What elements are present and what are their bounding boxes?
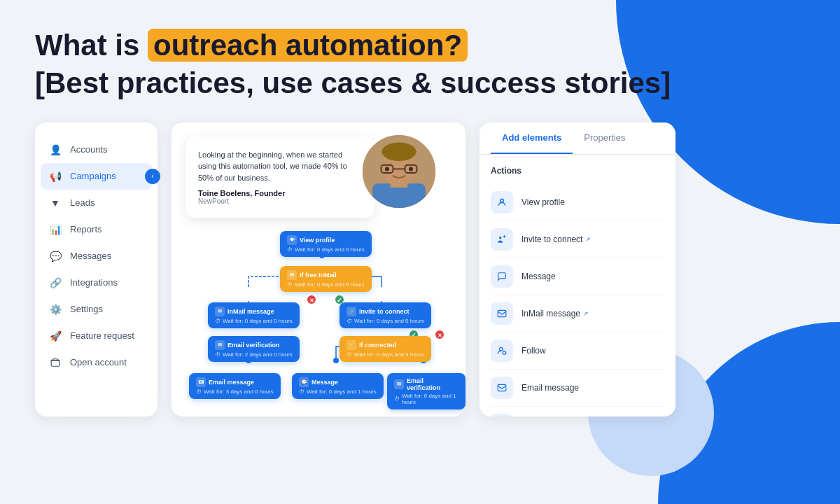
action-label-message: Message bbox=[522, 272, 556, 281]
node-sublabel-view-profile: ⏱Wait for: 0 days and 0 hours bbox=[287, 246, 365, 253]
sidebar-item-campaigns[interactable]: 📢 Campaigns ‹ bbox=[41, 163, 152, 190]
svg-point-29 bbox=[500, 199, 504, 202]
leads-icon: ▼ bbox=[49, 197, 62, 209]
sidebar-chevron: ‹ bbox=[145, 169, 160, 184]
flow-node-invite-to-connect: 🔗 Invite to connect ⏱Wait for: 0 days an… bbox=[340, 302, 431, 328]
view-profile-icon: 👁 bbox=[287, 235, 297, 245]
svg-rect-0 bbox=[51, 360, 59, 366]
panel-section-title: Actions bbox=[491, 166, 664, 176]
action-follow[interactable]: Follow bbox=[491, 332, 664, 370]
svg-point-9 bbox=[385, 167, 389, 171]
action-invite-to-connect[interactable]: Invite to connect ↗ bbox=[491, 221, 664, 258]
integrations-icon: 🔗 bbox=[49, 276, 62, 289]
svg-rect-36 bbox=[498, 384, 506, 391]
testimonial-author: Toine Boelens, Founder bbox=[198, 189, 362, 197]
tab-properties[interactable]: Properties bbox=[573, 122, 636, 154]
mockup-container: 👤 Accounts 📢 Campaigns ‹ ▼ Leads 📊 Repor… bbox=[35, 122, 805, 416]
message-icon: 💬 bbox=[299, 377, 309, 387]
action-find-email[interactable]: Find & verify business email via your so… bbox=[491, 407, 664, 416]
flow-node-view-profile: 👁 View profile ⏱Wait for: 0 days and 0 h… bbox=[280, 231, 372, 257]
inmail-message-icon: ✉ bbox=[215, 307, 225, 316]
node-label-message: Message bbox=[312, 379, 338, 386]
svg-point-10 bbox=[409, 167, 413, 171]
action-label-invite-to-connect: Invite to connect ↗ bbox=[522, 234, 591, 244]
svg-point-25 bbox=[307, 295, 316, 304]
svg-point-34 bbox=[500, 347, 503, 351]
external-link-icon: ↗ bbox=[585, 236, 591, 243]
sidebar-label-leads: Leads bbox=[70, 197, 94, 208]
sidebar-label-integrations: Integrations bbox=[70, 277, 118, 288]
node-label-email-message-1: Email message bbox=[209, 379, 254, 386]
open-account-icon bbox=[49, 356, 62, 369]
sidebar-label-open-account: Open account bbox=[70, 357, 127, 368]
svg-point-27 bbox=[435, 330, 444, 339]
sidebar-item-leads[interactable]: ▼ Leads bbox=[35, 190, 158, 216]
flow-node-message: 💬 Message ⏱Wait for: 0 days and 1 hours bbox=[292, 373, 384, 399]
email-msg-icon: 📧 bbox=[196, 377, 206, 387]
external-link-icon-2: ↗ bbox=[583, 310, 589, 317]
node-label-if-connected: If connected bbox=[359, 342, 396, 349]
action-inmail-message[interactable]: InMail message ↗ bbox=[491, 295, 664, 332]
flow-diagram-area: Looking at the beginning, when we starte… bbox=[172, 122, 465, 416]
sidebar: 👤 Accounts 📢 Campaigns ‹ ▼ Leads 📊 Repor… bbox=[35, 122, 158, 416]
page-title-line1: What is outreach automation? bbox=[35, 28, 805, 63]
highlight-text: outreach automation? bbox=[148, 29, 468, 62]
node-label-inmail-message: InMail message bbox=[227, 308, 274, 315]
node-label-email-verification-2: Email verification bbox=[407, 377, 458, 391]
flow-node-inmail-message: ✉ InMail message ⏱Wait for: 0 days and 0… bbox=[208, 302, 300, 328]
sidebar-item-feature-request[interactable]: 🚀 Feature request bbox=[35, 323, 158, 349]
testimonial-card: Looking at the beginning, when we starte… bbox=[186, 136, 374, 218]
inmail-icon: ✉ bbox=[287, 270, 297, 280]
action-icon-find-email bbox=[491, 414, 513, 416]
sidebar-label-messages: Messages bbox=[70, 251, 111, 261]
svg-point-5 bbox=[382, 142, 416, 160]
campaigns-icon: 📢 bbox=[49, 170, 62, 183]
settings-icon: ⚙️ bbox=[49, 303, 62, 316]
node-label-if-free-inmail: If free InMail bbox=[300, 272, 337, 279]
panel-tabs: Add elements Properties bbox=[479, 122, 676, 155]
action-email-message[interactable]: Email message bbox=[491, 370, 664, 407]
sidebar-item-open-account[interactable]: Open account bbox=[35, 349, 158, 376]
sidebar-item-messages[interactable]: 💬 Messages bbox=[35, 243, 158, 270]
svg-text:✕: ✕ bbox=[309, 298, 314, 304]
sidebar-item-reports[interactable]: 📊 Reports bbox=[35, 216, 158, 243]
flow-node-email-message-1: 📧 Email message ⏱Wait for: 3 days and 0 … bbox=[189, 373, 281, 399]
action-label-email-message: Email message bbox=[522, 383, 579, 393]
svg-rect-33 bbox=[498, 310, 506, 316]
right-panel: Add elements Properties Actions View pro… bbox=[479, 122, 676, 416]
node-label-invite-to-connect: Invite to connect bbox=[359, 308, 410, 315]
sidebar-item-accounts[interactable]: 👤 Accounts bbox=[35, 136, 158, 163]
sidebar-label-settings: Settings bbox=[70, 304, 103, 314]
svg-point-35 bbox=[503, 351, 506, 354]
reports-icon: 📊 bbox=[49, 223, 62, 236]
flow-node-if-free-inmail: ✉ If free InMail ⏱Wait for: 0 days and 0… bbox=[280, 266, 372, 292]
sidebar-label-feature-request: Feature request bbox=[70, 330, 134, 341]
messages-icon: 💬 bbox=[49, 250, 62, 262]
flow-node-email-verification: ✉ Email verification ⏱Wait for: 2 days a… bbox=[208, 336, 300, 362]
action-message[interactable]: Message bbox=[491, 258, 664, 295]
avatar bbox=[360, 133, 438, 210]
sidebar-item-integrations[interactable]: 🔗 Integrations bbox=[35, 270, 158, 296]
sidebar-label-accounts: Accounts bbox=[70, 144, 107, 155]
action-view-profile[interactable]: View profile bbox=[491, 184, 664, 221]
sidebar-item-settings[interactable]: ⚙️ Settings bbox=[35, 296, 158, 323]
action-label-inmail-message: InMail message ↗ bbox=[522, 309, 589, 318]
svg-rect-2 bbox=[372, 183, 426, 210]
email-verification2-icon: ✉ bbox=[394, 379, 404, 389]
action-label-follow: Follow bbox=[522, 346, 546, 356]
node-label-view-profile: View profile bbox=[300, 237, 335, 244]
flow-node-email-verification-2: ✉ Email verification ⏱Wait for: 0 days a… bbox=[387, 373, 465, 410]
action-label-view-profile: View profile bbox=[522, 197, 565, 207]
if-connected-icon: ⚡ bbox=[346, 340, 356, 350]
svg-point-30 bbox=[499, 237, 502, 239]
panel-content: Actions View profile Invite to connect ↗ bbox=[479, 155, 676, 416]
tab-add-elements[interactable]: Add elements bbox=[491, 122, 573, 154]
node-label-email-verification: Email verification bbox=[227, 342, 280, 349]
testimonial-company: NewPoort bbox=[198, 197, 362, 205]
action-icon-follow bbox=[491, 340, 513, 362]
svg-point-19 bbox=[333, 358, 339, 363]
invite-icon: 🔗 bbox=[346, 307, 356, 316]
svg-text:✕: ✕ bbox=[438, 332, 442, 339]
action-icon-invite-to-connect bbox=[491, 228, 513, 251]
action-icon-message bbox=[491, 265, 513, 288]
